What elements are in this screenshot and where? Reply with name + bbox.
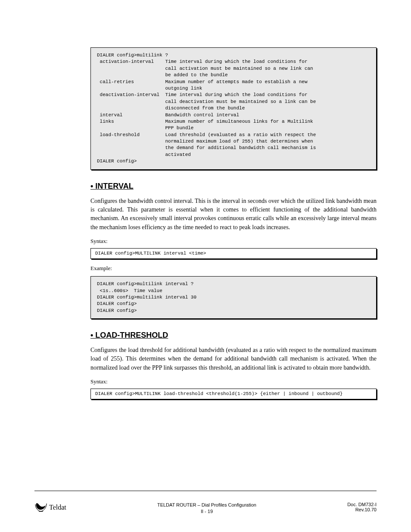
footer-doc-id: Doc. DM732-I — [347, 502, 377, 507]
footer-revision: Rev.10.70 — [347, 507, 377, 512]
para-load-threshold: Configures the load threshold for additi… — [90, 346, 377, 372]
code-syntax-interval: DIALER config>MULTILINK interval <time> — [90, 248, 377, 259]
footer-brand: Teldat — [34, 502, 66, 513]
code-block-help: DIALER config>multilink ? activation-int… — [90, 47, 377, 170]
footer-center: TELDAT ROUTER – Dial Profiles Configurat… — [157, 502, 256, 515]
page-footer: Teldat TELDAT ROUTER – Dial Profiles Con… — [34, 502, 377, 515]
syntax-label-2: Syntax: — [90, 378, 377, 385]
syntax-label-1: Syntax: — [90, 238, 377, 245]
footer-page-number: II - 19 — [157, 508, 256, 515]
section-heading-load-threshold: • LOAD-THRESHOLD — [90, 331, 377, 340]
example-label-1: Example: — [90, 265, 377, 272]
footer-doc-title: TELDAT ROUTER – Dial Profiles Configurat… — [157, 502, 256, 508]
code-example-interval: DIALER config>multilink interval ? <1s..… — [90, 276, 377, 319]
para-interval: Configures the bandwidth control interva… — [90, 197, 377, 232]
brand-text: Teldat — [49, 504, 66, 511]
code-syntax-load-threshold: DIALER config>MULTILINK load-threshold <… — [90, 389, 377, 399]
footer-right: Doc. DM732-I Rev.10.70 — [347, 502, 377, 512]
section-heading-interval: • INTERVAL — [90, 182, 377, 191]
bird-icon — [34, 502, 47, 513]
footer-divider — [34, 491, 377, 491]
